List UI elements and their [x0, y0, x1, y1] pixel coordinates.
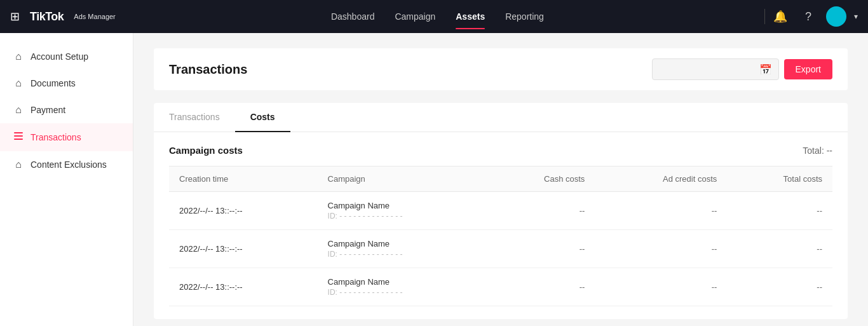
document-icon: ⌂ — [13, 78, 24, 89]
section-header: Campaign costs Total: -- — [169, 145, 832, 156]
total-label: Total: -- — [803, 146, 832, 156]
sidebar-item-transactions[interactable]: Transactions — [0, 123, 133, 151]
cell-total-costs: -- — [727, 230, 832, 268]
col-ad-credit-costs: Ad credit costs — [595, 166, 727, 192]
tab-costs[interactable]: Costs — [235, 103, 290, 132]
avatar[interactable] — [826, 6, 846, 27]
nav-assets[interactable]: Assets — [456, 9, 485, 24]
sidebar-item-content-exclusions[interactable]: ⌂ Content Exclusions — [0, 151, 133, 178]
cell-ad-credit-costs: -- — [595, 192, 727, 230]
main-nav: Dashboard Campaign Assets Reporting — [116, 9, 759, 24]
sidebar-item-account-setup[interactable]: ⌂ Account Setup — [0, 43, 133, 70]
main-content: Transactions 📅 Export Transactions Costs… — [133, 33, 868, 326]
date-picker[interactable]: 📅 — [652, 58, 779, 80]
page-title: Transactions — [169, 62, 247, 77]
campaign-costs-table: Creation time Campaign Cash costs Ad cre… — [169, 166, 832, 306]
cell-creation-time: 2022/--/-- 13::--:-- — [169, 192, 318, 230]
nav-dashboard[interactable]: Dashboard — [331, 9, 375, 24]
account-dropdown[interactable]: ▾ — [854, 12, 858, 21]
sidebar-item-label: Account Setup — [31, 51, 88, 62]
campaign-name: Campaign Name — [328, 277, 477, 287]
sidebar-item-label: Payment — [31, 105, 65, 115]
cell-total-costs: -- — [727, 192, 832, 230]
col-creation-time: Creation time — [169, 166, 318, 192]
cell-cash-costs: -- — [487, 230, 595, 268]
col-cash-costs: Cash costs — [487, 166, 595, 192]
export-button[interactable]: Export — [784, 59, 832, 79]
grid-icon[interactable]: ⊞ — [10, 10, 20, 24]
exclusions-icon: ⌂ — [13, 159, 24, 170]
cell-campaign: Campaign Name ID: - - - - - - - - - - - … — [318, 230, 487, 268]
campaign-name: Campaign Name — [328, 239, 477, 248]
nav-reporting[interactable]: Reporting — [505, 9, 544, 24]
home-icon: ⌂ — [13, 51, 24, 62]
campaign-name: Campaign Name — [328, 201, 477, 210]
chevron-down-icon: ▾ — [854, 12, 858, 21]
help-button[interactable]: ? — [798, 6, 818, 27]
table-body: 2022/--/-- 13::--:-- Campaign Name ID: -… — [169, 192, 832, 306]
campaign-id: ID: - - - - - - - - - - - - - - — [328, 212, 477, 221]
calendar-icon: 📅 — [759, 64, 772, 76]
page-layout: ⌂ Account Setup ⌂ Documents ⌂ Payment Tr… — [0, 33, 868, 326]
cell-creation-time: 2022/--/-- 13::--:-- — [169, 268, 318, 306]
svg-rect-2 — [14, 139, 23, 140]
svg-rect-0 — [14, 132, 23, 133]
sidebar-item-payment[interactable]: ⌂ Payment — [0, 97, 133, 123]
sidebar-item-label: Transactions — [31, 132, 81, 142]
svg-rect-1 — [14, 135, 23, 137]
cell-creation-time: 2022/--/-- 13::--:-- — [169, 230, 318, 268]
col-total-costs: Total costs — [727, 166, 832, 192]
top-navigation: ⊞ TikTok Ads Manager Dashboard Campaign … — [0, 0, 868, 33]
sidebar-item-label: Content Exclusions — [31, 160, 107, 170]
cell-ad-credit-costs: -- — [595, 230, 727, 268]
sidebar: ⌂ Account Setup ⌂ Documents ⌂ Payment Tr… — [0, 33, 133, 326]
notification-bell-button[interactable]: 🔔 — [770, 6, 790, 27]
tab-transactions[interactable]: Transactions — [154, 103, 235, 132]
nav-campaign[interactable]: Campaign — [395, 9, 435, 24]
page-header: Transactions 📅 Export — [154, 48, 848, 90]
table-header: Creation time Campaign Cash costs Ad cre… — [169, 166, 832, 192]
header-actions: 📅 Export — [652, 58, 832, 80]
table-row: 2022/--/-- 13::--:-- Campaign Name ID: -… — [169, 268, 832, 306]
logo-subtitle: Ads Manager — [74, 13, 115, 20]
payment-icon: ⌂ — [13, 104, 24, 116]
nav-right-actions: 🔔 ? ▾ — [770, 6, 858, 27]
table-row: 2022/--/-- 13::--:-- Campaign Name ID: -… — [169, 230, 832, 268]
cell-cash-costs: -- — [487, 192, 595, 230]
logo: TikTok — [30, 10, 64, 24]
cell-campaign: Campaign Name ID: - - - - - - - - - - - … — [318, 192, 487, 230]
table-row: 2022/--/-- 13::--:-- Campaign Name ID: -… — [169, 192, 832, 230]
nav-divider — [764, 9, 765, 24]
content-area: Campaign costs Total: -- Creation time C… — [154, 132, 848, 319]
cell-ad-credit-costs: -- — [595, 268, 727, 306]
sidebar-item-label: Documents — [31, 78, 76, 88]
col-campaign: Campaign — [318, 166, 487, 192]
section-title: Campaign costs — [169, 145, 243, 156]
tabs-bar: Transactions Costs — [154, 103, 848, 132]
table-header-row: Creation time Campaign Cash costs Ad cre… — [169, 166, 832, 192]
cell-total-costs: -- — [727, 268, 832, 306]
campaign-id: ID: - - - - - - - - - - - - - - — [328, 288, 477, 297]
cell-cash-costs: -- — [487, 268, 595, 306]
transactions-icon — [13, 131, 24, 144]
logo-area: ⊞ TikTok Ads Manager — [10, 10, 116, 24]
campaign-id: ID: - - - - - - - - - - - - - - — [328, 250, 477, 259]
sidebar-item-documents[interactable]: ⌂ Documents — [0, 70, 133, 97]
cell-campaign: Campaign Name ID: - - - - - - - - - - - … — [318, 268, 487, 306]
